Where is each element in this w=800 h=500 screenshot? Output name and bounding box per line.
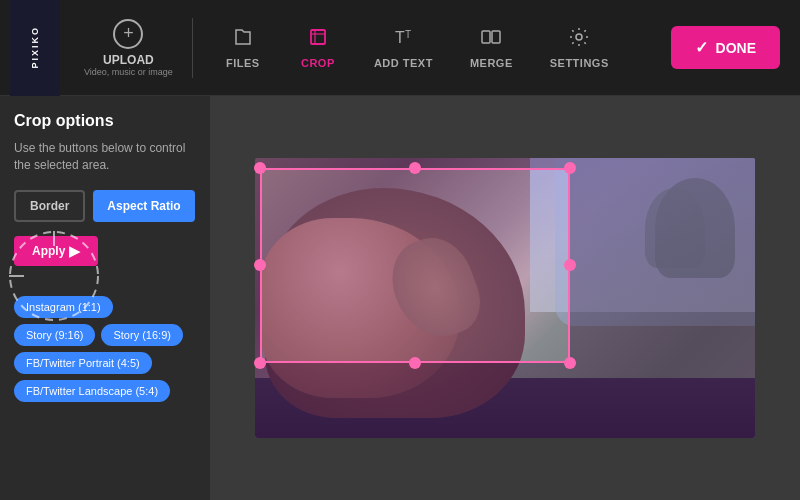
svg-text:T: T [395, 29, 405, 46]
logo: PIXIKO [10, 0, 60, 96]
top-navigation: PIXIKO + UPLOAD Video, music or image FI… [0, 0, 800, 96]
svg-point-7 [576, 34, 582, 40]
svg-rect-5 [482, 31, 490, 43]
preset-story-169[interactable]: Story (16:9) [101, 324, 182, 346]
files-label: FILES [226, 57, 260, 69]
svg-rect-6 [492, 31, 500, 43]
border-button[interactable]: Border [14, 190, 85, 222]
done-label: DONE [716, 40, 756, 56]
logo-text: PIXIKO [30, 26, 40, 69]
preset-buttons: Instagram (1:1) Story (9:16) Story (16:9… [14, 296, 196, 402]
preset-fb-portrait[interactable]: FB/Twitter Portrait (4:5) [14, 352, 152, 374]
nav-item-addtext[interactable]: T T ADD TEXT [358, 18, 449, 77]
upload-sublabel: Video, music or image [84, 67, 173, 77]
files-icon [232, 26, 254, 53]
left-panel: Crop options Use the buttons below to co… [0, 96, 210, 500]
settings-label: SETTINGS [550, 57, 609, 69]
nav-item-crop[interactable]: CROP [283, 18, 353, 77]
crop-icon [307, 26, 329, 53]
apply-label: Apply [32, 244, 65, 258]
apply-arrow-icon: ▶ [69, 243, 80, 259]
crop-controls-row: Border Aspect Ratio [14, 190, 196, 222]
settings-icon [568, 26, 590, 53]
svg-text:T: T [405, 29, 411, 40]
upload-icon: + [113, 19, 143, 49]
addtext-label: ADD TEXT [374, 57, 433, 69]
nav-item-settings[interactable]: SETTINGS [534, 18, 625, 77]
nav-divider [192, 18, 193, 78]
aspect-ratio-button[interactable]: Aspect Ratio [93, 190, 194, 222]
merge-label: MERGE [470, 57, 513, 69]
preset-story-916[interactable]: Story (9:16) [14, 324, 95, 346]
svg-rect-0 [311, 30, 325, 44]
nav-items: FILES CROP T T ADD TEXT [198, 18, 671, 77]
preset-instagram[interactable]: Instagram (1:1) [14, 296, 113, 318]
nav-item-files[interactable]: FILES [208, 18, 278, 77]
merge-icon [480, 26, 502, 53]
addtext-icon: T T [392, 26, 414, 53]
apply-button[interactable]: Apply ▶ [14, 236, 98, 266]
panel-description: Use the buttons below to control the sel… [14, 140, 196, 174]
upload-label: UPLOAD [103, 53, 154, 67]
canvas-area[interactable] [210, 96, 800, 500]
done-checkmark-icon: ✓ [695, 38, 708, 57]
source-image [255, 158, 755, 438]
done-button[interactable]: ✓ DONE [671, 26, 780, 69]
upload-button[interactable]: + UPLOAD Video, music or image [70, 11, 187, 85]
panel-title: Crop options [14, 112, 196, 130]
crop-label: CROP [301, 57, 335, 69]
preset-fb-landscape[interactable]: FB/Twitter Landscape (5:4) [14, 380, 170, 402]
main-area: Crop options Use the buttons below to co… [0, 96, 800, 500]
nav-item-merge[interactable]: MERGE [454, 18, 529, 77]
image-container [255, 158, 755, 438]
